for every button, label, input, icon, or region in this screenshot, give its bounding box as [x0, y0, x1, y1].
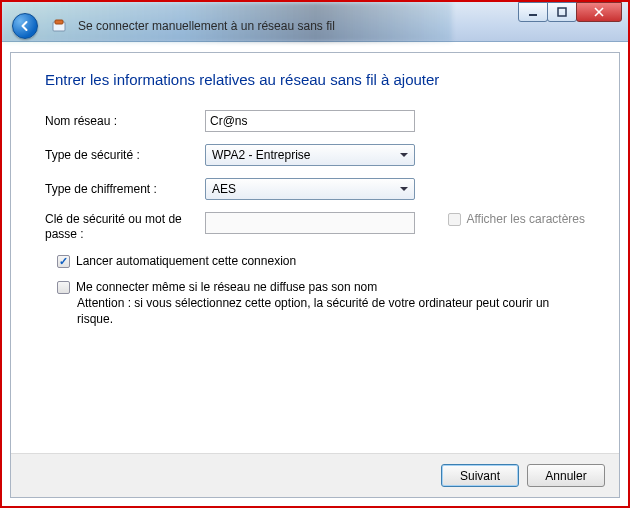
security-key-input	[205, 212, 415, 234]
titlebar: Se connecter manuellement à un réseau sa…	[2, 2, 628, 42]
row-security-type: Type de sécurité : WPA2 - Entreprise	[45, 144, 585, 166]
connect-hidden-warning: Attention : si vous sélectionnez cette o…	[77, 296, 577, 327]
connect-hidden-checkbox[interactable]	[57, 281, 70, 294]
encryption-type-label: Type de chiffrement :	[45, 182, 205, 196]
auto-start-checkbox[interactable]	[57, 255, 70, 268]
back-button[interactable]	[12, 13, 38, 39]
network-name-label: Nom réseau :	[45, 114, 205, 128]
auto-start-label: Lancer automatiquement cette connexion	[76, 254, 296, 268]
wizard-icon	[50, 17, 68, 35]
network-name-input[interactable]	[205, 110, 415, 132]
security-key-label: Clé de sécurité ou mot de passe :	[45, 212, 205, 242]
row-security-key: Clé de sécurité ou mot de passe : Affich…	[45, 212, 585, 242]
cancel-button-label: Annuler	[545, 469, 586, 483]
button-row: Suivant Annuler	[11, 453, 619, 497]
show-characters-label: Afficher les caractères	[467, 212, 586, 226]
security-type-select[interactable]: WPA2 - Entreprise	[205, 144, 415, 166]
security-type-value: WPA2 - Entreprise	[212, 148, 310, 162]
row-network-name: Nom réseau :	[45, 110, 585, 132]
encryption-type-select[interactable]: AES	[205, 178, 415, 200]
next-button-label: Suivant	[460, 469, 500, 483]
svg-rect-5	[55, 20, 63, 24]
security-type-label: Type de sécurité :	[45, 148, 205, 162]
show-characters-checkbox	[448, 213, 461, 226]
connect-hidden-label: Me connecter même si le réseau ne diffus…	[76, 280, 377, 294]
page-title: Entrer les informations relatives au rés…	[45, 71, 585, 88]
auto-start-row[interactable]: Lancer automatiquement cette connexion	[57, 254, 585, 268]
show-characters-row: Afficher les caractères	[448, 212, 586, 226]
content-area: Entrer les informations relatives au rés…	[11, 53, 619, 453]
next-button[interactable]: Suivant	[441, 464, 519, 487]
window-title: Se connecter manuellement à un réseau sa…	[78, 19, 335, 33]
cancel-button[interactable]: Annuler	[527, 464, 605, 487]
content-frame: Entrer les informations relatives au rés…	[10, 52, 620, 498]
encryption-type-value: AES	[212, 182, 236, 196]
connect-hidden-row[interactable]: Me connecter même si le réseau ne diffus…	[57, 280, 585, 294]
header-row: Se connecter manuellement à un réseau sa…	[2, 8, 628, 44]
row-encryption-type: Type de chiffrement : AES	[45, 178, 585, 200]
